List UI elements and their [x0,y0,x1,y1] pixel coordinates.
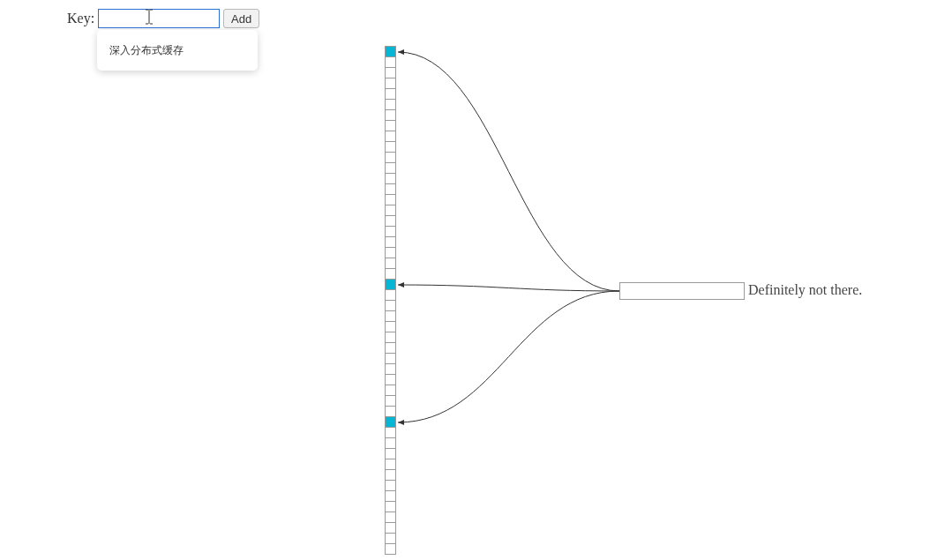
key-input[interactable] [98,9,220,28]
key-form: Key: Add [67,9,259,28]
hash-arrow-to-bit-0 [398,52,619,291]
key-label: Key: [67,11,94,26]
hash-arrows-diagram [0,0,952,560]
hash-arrow-to-bit-35 [398,291,619,422]
bit-cell-47 [385,543,396,555]
add-button[interactable]: Add [223,9,259,28]
autocomplete-suggestion: 深入分布式缓存 [109,43,184,58]
autocomplete-popup[interactable]: 深入分布式缓存 [97,30,258,71]
query-result-text: Definitely not there. [748,282,862,298]
bit-array [385,46,396,555]
query-input-box[interactable] [619,282,745,300]
hash-arrow-to-bit-22 [398,285,619,291]
